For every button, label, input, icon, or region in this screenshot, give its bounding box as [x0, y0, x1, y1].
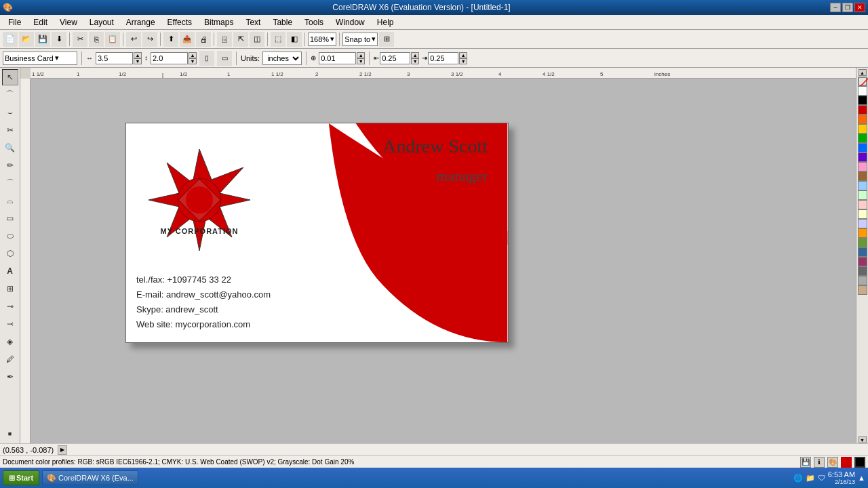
tray-expand[interactable]: ▲ [858, 474, 865, 482]
palette-white[interactable] [858, 86, 867, 96]
menu-edit[interactable]: Edit [28, 16, 53, 28]
polygon-tool[interactable]: ⬡ [2, 245, 18, 262]
menu-window[interactable]: Window [330, 16, 370, 28]
undo-button[interactable]: ↩ [126, 32, 141, 47]
smear-tool[interactable]: ⌣ [2, 104, 18, 121]
save-status[interactable]: 💾 [800, 457, 811, 468]
palette-pink[interactable] [858, 162, 867, 171]
transform-button[interactable]: ⌻ [217, 32, 232, 47]
freehand-tool[interactable]: ✏ [2, 157, 18, 174]
shape-tool[interactable]: ⌒ [2, 87, 18, 103]
new-button[interactable]: 📄 [3, 32, 18, 47]
eyedropper-tool[interactable]: 🖉 [2, 351, 18, 367]
palette-scroll-up[interactable]: ▲ [859, 69, 867, 76]
text-tool[interactable]: A [2, 263, 18, 279]
height-down[interactable]: ▼ [189, 58, 197, 64]
export-button[interactable]: 📤 [180, 32, 195, 47]
units-select[interactable]: inches [262, 52, 302, 65]
info-status[interactable]: ℹ [814, 457, 825, 468]
width-spinbox[interactable]: ▲ ▼ [134, 52, 142, 64]
nudge-spinbox[interactable]: ▲ ▼ [357, 52, 365, 64]
outline-button[interactable]: ⬚ [271, 32, 285, 47]
menu-arrange[interactable]: Arrange [121, 16, 161, 28]
start-button[interactable]: ⊞ Start [3, 470, 39, 485]
palette-tan[interactable] [858, 285, 867, 295]
offset-y-down[interactable]: ▼ [459, 58, 467, 64]
height-spinbox[interactable]: ▲ ▼ [189, 52, 197, 64]
palette-brown[interactable] [858, 171, 867, 181]
portrait-button[interactable]: ▯ [199, 51, 214, 66]
width-up[interactable]: ▲ [134, 52, 142, 58]
palette-olive[interactable] [858, 238, 867, 247]
bezier-tool[interactable]: ⌒ [2, 175, 18, 191]
import2-button[interactable]: ⬆ [163, 32, 178, 47]
height-input[interactable]: 2.0 [151, 52, 188, 64]
paste-button[interactable]: 📋 [105, 32, 120, 47]
menu-text[interactable]: Text [240, 16, 266, 28]
scale-button[interactable]: ⇱ [233, 32, 248, 47]
palette-lightyellow[interactable] [858, 209, 867, 219]
menu-effects[interactable]: Effects [162, 16, 197, 28]
palette-gray[interactable] [858, 266, 867, 276]
connector-tool[interactable]: ⤙ [2, 316, 18, 332]
align-button[interactable]: ◫ [250, 32, 264, 47]
offset-x-up[interactable]: ▲ [411, 52, 419, 58]
color-indicator[interactable] [841, 457, 852, 468]
palette-scroll-down[interactable]: ▼ [859, 436, 867, 443]
palette-yellow[interactable] [858, 124, 867, 134]
ie-icon[interactable]: 🌐 [793, 474, 803, 483]
zoom-dropdown[interactable]: 168% ▾ [308, 33, 336, 46]
preset-dropdown[interactable]: Business Card ▾ [3, 52, 77, 65]
zoom-tool[interactable]: 🔍 [2, 140, 18, 156]
fill2-button[interactable]: ◧ [287, 32, 302, 47]
landscape-button[interactable]: ▭ [217, 51, 232, 66]
open-button[interactable]: 📂 [19, 32, 34, 47]
nudge-up[interactable]: ▲ [357, 52, 365, 58]
offset-y-input[interactable]: 0.25 [428, 52, 458, 64]
dimension-tool[interactable]: ⊸ [2, 298, 18, 314]
outline-tool[interactable]: ✒ [2, 369, 18, 385]
ellipse-tool[interactable]: ⬭ [2, 228, 18, 244]
import-button[interactable]: ⬇ [52, 32, 66, 47]
smartdraw-tool[interactable]: ⌓ [2, 192, 18, 209]
expand-coord[interactable]: ▶ [58, 445, 67, 455]
menu-table[interactable]: Table [267, 16, 298, 28]
offset-x-input[interactable]: 0.25 [380, 52, 410, 64]
save-button[interactable]: 💾 [35, 32, 50, 47]
palette-black[interactable] [858, 96, 867, 105]
palette-blue[interactable] [858, 143, 867, 152]
menu-view[interactable]: View [54, 16, 83, 28]
nudge-input[interactable]: 0.01 [319, 52, 356, 64]
color-docker[interactable]: ■ [2, 426, 18, 442]
menu-layout[interactable]: Layout [84, 16, 119, 28]
color-status[interactable]: 🎨 [827, 457, 838, 468]
width-input[interactable]: 3.5 [96, 52, 133, 64]
palette-amber[interactable] [858, 228, 867, 238]
no-color-swatch[interactable] [858, 77, 867, 86]
maximize-button[interactable]: ❐ [842, 3, 853, 12]
palette-magenta[interactable] [858, 257, 867, 266]
palette-red[interactable] [858, 105, 867, 115]
canvas-workspace[interactable]: MY CORPORATION Andrew Scott manager tel.… [31, 79, 856, 443]
offset-x-down[interactable]: ▼ [411, 58, 419, 64]
palette-lightblue[interactable] [858, 181, 867, 190]
offset-y-up[interactable]: ▲ [459, 52, 467, 58]
offset-x-spinbox[interactable]: ▲ ▼ [411, 52, 419, 64]
table-tool[interactable]: ⊞ [2, 281, 18, 297]
minimize-button[interactable]: – [830, 3, 841, 12]
menu-tools[interactable]: Tools [299, 16, 329, 28]
palette-lightred[interactable] [858, 200, 867, 209]
palette-orange[interactable] [858, 115, 867, 124]
nudge-down[interactable]: ▼ [357, 58, 365, 64]
height-up[interactable]: ▲ [189, 52, 197, 58]
menu-file[interactable]: File [3, 16, 26, 28]
rect-tool[interactable]: ▭ [2, 210, 18, 226]
palette-navy[interactable] [858, 247, 867, 257]
redo-button[interactable]: ↪ [142, 32, 157, 47]
pick-tool[interactable]: ↖ [2, 69, 18, 85]
palette-lightgreen[interactable] [858, 190, 867, 200]
print-button[interactable]: 🖨 [196, 32, 211, 47]
business-card[interactable]: MY CORPORATION Andrew Scott manager tel.… [125, 123, 509, 343]
taskbar-coreldraw[interactable]: 🎨 CorelDRAW X6 (Eva... [42, 470, 138, 485]
crop-tool[interactable]: ✂ [2, 122, 18, 138]
